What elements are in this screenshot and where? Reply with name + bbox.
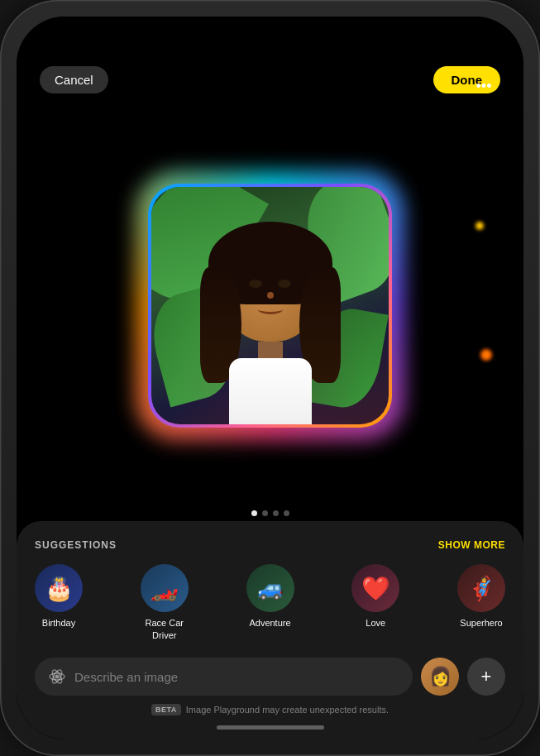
ai-image <box>151 187 389 424</box>
suggestion-birthday-label: Birthday <box>42 617 75 629</box>
suggestion-love-label: Love <box>366 617 385 629</box>
head <box>225 242 316 342</box>
suggestion-adventure[interactable]: 🚙 Adventure <box>246 564 294 641</box>
show-more-button[interactable]: SHOW MORE <box>438 539 505 551</box>
ai-image-wrapper[interactable] <box>148 184 392 428</box>
nose <box>267 292 274 299</box>
image-description-input[interactable]: Describe an image <box>74 670 178 684</box>
suggestions-row: 🎂 Birthday 🏎️ Race CarDriver <box>35 564 505 641</box>
orb-decoration-1 <box>475 222 484 230</box>
superhero-emoji: 🦸 <box>467 575 496 602</box>
dot-3[interactable] <box>273 510 279 516</box>
bottom-panel: SUGGESTIONS SHOW MORE 🎂 Birthday <box>17 521 523 739</box>
torso <box>229 358 312 424</box>
image-frame <box>148 184 392 428</box>
pagination-dots <box>17 510 523 516</box>
love-emoji: ❤️ <box>361 575 390 602</box>
suggestion-racecar-icon: 🏎️ <box>141 564 189 612</box>
suggestion-superhero-icon: 🦸 <box>457 564 505 612</box>
input-area: Describe an image 👩 + <box>35 658 505 696</box>
more-options-icon: ••• <box>476 78 492 95</box>
plus-icon: + <box>481 667 492 686</box>
suggestion-superhero[interactable]: 🦸 Superhero <box>457 564 505 641</box>
adventure-emoji: 🚙 <box>257 576 284 601</box>
suggestions-label: SUGGESTIONS <box>35 539 117 551</box>
beta-notice: BETA Image Playground may create unexpec… <box>35 704 505 715</box>
mouth <box>258 304 283 314</box>
playground-icon <box>48 667 66 686</box>
suggestion-adventure-label: Adventure <box>249 617 290 629</box>
suggestion-racecar-label: Race CarDriver <box>146 617 184 641</box>
home-indicator <box>217 725 324 730</box>
image-area <box>17 102 523 500</box>
neck <box>258 342 283 358</box>
text-input-wrapper[interactable]: Describe an image <box>35 658 413 696</box>
svg-point-0 <box>55 675 60 679</box>
suggestion-birthday[interactable]: 🎂 Birthday <box>35 564 83 641</box>
eye-right <box>278 280 291 288</box>
eyes <box>225 280 316 288</box>
screen-content: Cancel Done ••• <box>17 17 523 739</box>
beta-notice-text: Image Playground may create unexpected r… <box>186 705 389 715</box>
suggestion-love-icon: ❤️ <box>351 564 399 612</box>
more-options-button[interactable]: ••• <box>471 73 497 99</box>
person-illustration <box>225 242 316 424</box>
dot-4[interactable] <box>284 510 289 516</box>
suggestion-love[interactable]: ❤️ Love <box>351 564 399 641</box>
suggestion-racecar[interactable]: 🏎️ Race CarDriver <box>141 564 189 641</box>
birthday-emoji: 🎂 <box>45 575 74 602</box>
avatar-button[interactable]: 👩 <box>421 658 459 696</box>
suggestion-superhero-label: Superhero <box>460 617 502 629</box>
racecar-emoji: 🏎️ <box>150 575 179 602</box>
phone-frame: Cancel Done ••• <box>0 0 540 756</box>
beta-badge: BETA <box>151 704 181 715</box>
phone-screen: Cancel Done ••• <box>17 17 523 739</box>
orb-decoration-2 <box>480 349 492 361</box>
suggestion-birthday-icon: 🎂 <box>35 564 83 612</box>
avatar-image: 👩 <box>429 666 452 687</box>
eye-left <box>249 280 262 288</box>
dynamic-island <box>221 26 320 55</box>
add-button[interactable]: + <box>467 658 505 696</box>
cancel-button[interactable]: Cancel <box>40 66 108 93</box>
dot-1[interactable] <box>251 510 257 516</box>
suggestions-header: SUGGESTIONS SHOW MORE <box>35 539 505 551</box>
suggestion-adventure-icon: 🚙 <box>246 564 294 612</box>
dot-2[interactable] <box>262 510 268 516</box>
